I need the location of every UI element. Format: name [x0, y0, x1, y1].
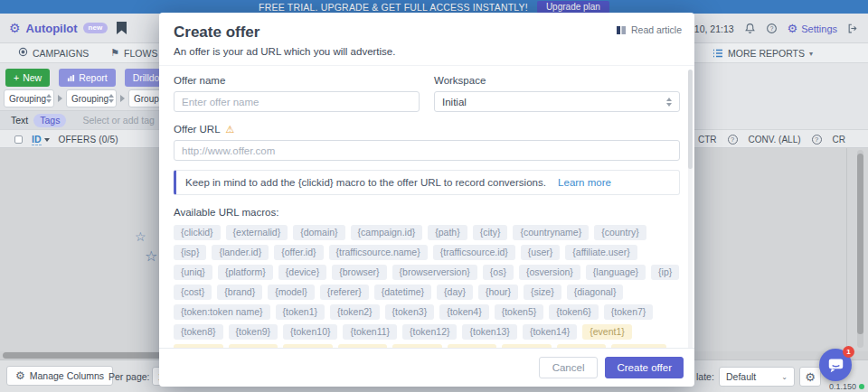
macro-chip[interactable]: {user} — [521, 245, 560, 260]
bell-icon[interactable] — [744, 23, 756, 34]
workspace-select[interactable]: Initial — [434, 91, 680, 112]
tab-campaigns[interactable]: CAMPAIGNS — [7, 43, 99, 62]
read-article-link[interactable]: Read article — [616, 24, 682, 35]
macro-chip[interactable]: {trafficsource.name} — [329, 245, 428, 260]
macro-chip[interactable]: {diagonal} — [567, 285, 624, 300]
macro-chip[interactable]: {day} — [437, 285, 473, 300]
macro-chip[interactable]: {isp} — [174, 245, 206, 260]
macro-chip[interactable]: {country} — [594, 225, 646, 240]
macro-chip[interactable]: {lander.id} — [212, 245, 269, 260]
macro-chip[interactable]: {affiliate.user} — [565, 245, 637, 260]
filter-mode-text[interactable]: Text — [11, 115, 28, 126]
macro-chip[interactable]: {event5} — [338, 344, 388, 348]
macro-chip[interactable]: {token1} — [276, 304, 326, 320]
column-conv[interactable]: CONV. (ALL) — [749, 135, 801, 145]
new-button[interactable]: + New — [5, 69, 50, 87]
upgrade-plan-button[interactable]: Upgrade plan — [537, 1, 609, 14]
macro-chip[interactable]: {event8} — [502, 344, 552, 348]
offer-name-input[interactable] — [174, 91, 420, 112]
chat-widget[interactable]: 1 — [819, 349, 852, 381]
macro-chip[interactable]: {event1} — [582, 324, 632, 340]
macro-chip[interactable]: {trafficsource.id} — [433, 245, 515, 260]
macro-chip[interactable]: {token4} — [439, 304, 489, 320]
logout-icon[interactable] — [847, 23, 859, 34]
macro-chip[interactable]: {token7} — [604, 304, 654, 320]
macro-chip[interactable]: {platform} — [218, 265, 273, 280]
macro-chip[interactable]: {event10} — [611, 344, 665, 348]
macro-chip[interactable]: {externalid} — [226, 225, 288, 240]
macro-chip[interactable]: {path} — [428, 225, 467, 240]
macro-chip[interactable]: {size} — [524, 285, 561, 300]
macro-chip[interactable]: {event6} — [392, 344, 442, 348]
vertical-scrollbar[interactable] — [857, 150, 863, 348]
bar-chart-icon — [67, 74, 75, 82]
macro-chip[interactable]: {clickid} — [174, 225, 221, 240]
macro-chip[interactable]: {token13} — [462, 324, 516, 340]
promo-bar: FREE TRIAL. UPGRADE & GET FULL ACCESS IN… — [0, 0, 868, 14]
report-button[interactable]: Report — [59, 69, 116, 87]
help-icon[interactable]: ? — [766, 23, 778, 34]
offer-url-input[interactable] — [174, 140, 680, 161]
grouping-select-1[interactable]: Grouping — [4, 89, 54, 107]
manage-columns-button[interactable]: ⚙ Manage Columns — [6, 366, 113, 386]
macro-chip[interactable]: {token5} — [495, 304, 544, 320]
macro-chip[interactable]: {domain} — [293, 225, 344, 240]
template-select[interactable]: Default ⌄ — [719, 367, 795, 387]
vertical-scrollbar-thumb[interactable] — [857, 154, 863, 334]
learn-more-link[interactable]: Learn more — [558, 177, 611, 188]
filter-mode-tags[interactable]: Tags — [33, 114, 66, 127]
macro-chip[interactable]: {model} — [268, 285, 315, 300]
macro-chip[interactable]: {browser} — [332, 265, 386, 280]
column-id[interactable]: ID — [32, 134, 50, 145]
more-reports[interactable]: MORE REPORTS ▾ — [712, 43, 813, 63]
grouping-select-2[interactable]: Grouping — [66, 89, 117, 107]
macro-chip[interactable]: {datetime} — [374, 285, 431, 300]
info-icon[interactable]: ? — [812, 135, 822, 145]
macro-chip[interactable]: {token11} — [343, 324, 397, 340]
cancel-button[interactable]: Cancel — [539, 357, 599, 378]
macro-chip[interactable]: {offer.id} — [274, 245, 323, 260]
column-cr[interactable]: CR — [833, 135, 845, 145]
macro-chip[interactable]: {token8} — [174, 324, 223, 340]
macro-chip[interactable]: {token10} — [283, 324, 337, 340]
macro-chip[interactable]: {token12} — [402, 324, 457, 340]
template-settings-button[interactable]: ⚙ — [799, 367, 821, 387]
macro-chip[interactable]: {hour} — [478, 285, 518, 300]
macro-chip[interactable]: {event2} — [174, 344, 223, 348]
create-offer-button[interactable]: Create offer — [605, 357, 684, 378]
macro-chip[interactable]: {device} — [278, 265, 326, 280]
modal-scrollbar[interactable] — [688, 70, 693, 348]
macro-chip[interactable]: {brand} — [217, 285, 262, 300]
info-icon[interactable]: ? — [728, 135, 738, 145]
macro-chip[interactable]: {event3} — [229, 344, 278, 348]
macro-chip[interactable]: {referer} — [320, 285, 369, 300]
macro-chip[interactable]: {osversion} — [519, 265, 580, 280]
macro-chip[interactable]: {token:token name} — [174, 304, 270, 320]
settings-link[interactable]: ⚙ Settings — [788, 23, 837, 34]
arrow-right-icon — [120, 95, 125, 102]
header-right: 7.10, 21:13 ? ⚙ Settings — [686, 14, 859, 43]
macro-chip[interactable]: {token14} — [523, 324, 577, 340]
macro-chip[interactable]: {campaign.id} — [351, 225, 423, 240]
macro-chip[interactable]: {language} — [586, 265, 646, 280]
macro-chip[interactable]: {event9} — [557, 344, 607, 348]
bookmark-icon[interactable] — [117, 22, 127, 34]
macro-chip[interactable]: {os} — [483, 265, 514, 280]
macro-chip[interactable]: {ip} — [651, 265, 679, 280]
macro-chip[interactable]: {event7} — [448, 344, 497, 348]
select-all-checkbox[interactable] — [14, 135, 23, 144]
macro-chip[interactable]: {token9} — [229, 324, 278, 340]
macro-chip[interactable]: {countryname} — [513, 225, 589, 240]
macro-chip[interactable]: {browserversion} — [392, 265, 477, 280]
column-ctr[interactable]: CTR — [698, 135, 717, 145]
macro-chip[interactable]: {event4} — [283, 344, 333, 348]
macro-chip[interactable]: {token3} — [385, 304, 435, 320]
macro-chip[interactable]: {city} — [473, 225, 508, 240]
macro-chip[interactable]: {token2} — [330, 304, 380, 320]
macro-chip[interactable]: {uniq} — [174, 265, 212, 280]
macro-chip[interactable]: {cost} — [174, 285, 212, 300]
macro-chip[interactable]: {token6} — [549, 304, 599, 320]
tag-filter-placeholder[interactable]: Select or add tag — [82, 115, 154, 126]
brand[interactable]: ⚙ Autopilot new — [9, 22, 108, 35]
modal-scrollbar-thumb[interactable] — [688, 70, 693, 169]
